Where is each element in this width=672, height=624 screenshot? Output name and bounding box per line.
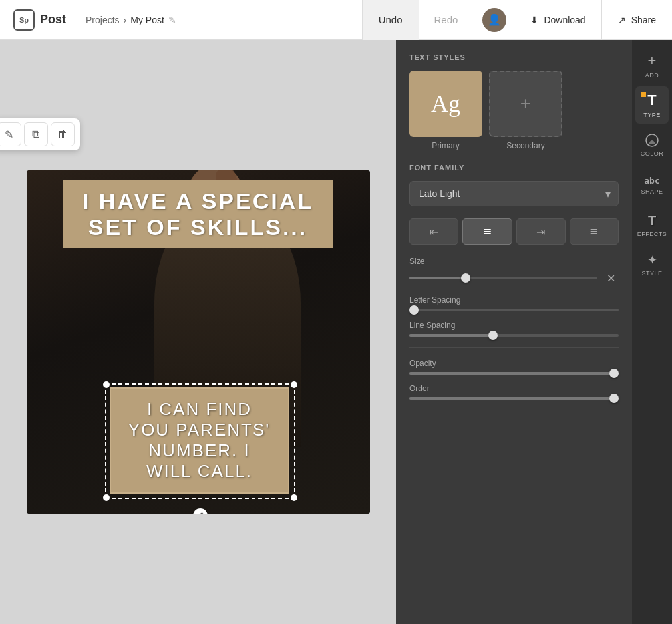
- download-icon: ⬇: [530, 15, 538, 25]
- redo-button[interactable]: Redo: [419, 0, 474, 40]
- undo-redo-group: Undo Redo: [362, 0, 475, 40]
- main-area: ✎ ⧉ 🗑 I HAVE A SPECIALSET OF SKILLS...: [0, 40, 672, 624]
- sidebar-item-style[interactable]: ✦ STYLE: [635, 246, 669, 283]
- order-label-row: Order: [409, 384, 619, 393]
- share-icon: ↗: [618, 15, 626, 25]
- projects-link[interactable]: Projects: [86, 15, 120, 25]
- sidebar: + ADD T TYPE COLOR abc SHAPE T EFFECTS: [632, 40, 672, 624]
- sidebar-item-effects[interactable]: T EFFECTS: [635, 206, 669, 243]
- effects-label: EFFECTS: [637, 231, 667, 237]
- align-justify-icon: ≣: [589, 226, 598, 238]
- duplicate-button[interactable]: ⧉: [24, 122, 48, 146]
- style-card-primary-wrapper: Ag Primary: [409, 71, 482, 150]
- sidebar-item-shape[interactable]: abc SHAPE: [635, 166, 669, 204]
- text-styles-grid: Ag Primary + Secondary: [409, 71, 619, 150]
- edit-title-icon[interactable]: ✎: [168, 15, 176, 25]
- opacity-thumb[interactable]: [609, 369, 619, 378]
- opacity-label-row: Opacity: [409, 359, 619, 368]
- order-fill: [409, 397, 619, 400]
- add-label: ADD: [645, 72, 659, 78]
- order-section: Order: [409, 384, 619, 400]
- size-section: Size ✕: [409, 257, 619, 286]
- style-card-secondary-wrapper: + Secondary: [489, 71, 562, 150]
- topbar: Sp Post Projects › My Post ✎ Undo Redo 👤…: [0, 0, 672, 40]
- type-icon: T: [647, 92, 656, 109]
- text-styles-panel: TEXT STYLES Ag Primary + Secon: [396, 40, 632, 624]
- font-select-wrapper: Lato Light Lato Lato Bold Arial Impact G…: [409, 181, 619, 206]
- letter-spacing-thumb[interactable]: [409, 305, 419, 315]
- add-icon: +: [648, 52, 657, 69]
- order-slider-track[interactable]: [409, 397, 619, 400]
- size-label: Size: [409, 257, 424, 266]
- right-section: TEXT STYLES Ag Primary + Secon: [396, 40, 672, 624]
- pencil-icon: ✎: [5, 128, 13, 141]
- topbar-actions: ⬇ Download ↗ Share: [514, 0, 672, 40]
- shape-label: SHAPE: [641, 188, 663, 195]
- size-slider-track[interactable]: [409, 277, 597, 279]
- bottom-text-box[interactable]: I CAN FINDYOU PARENTS'NUMBER. IWILL CALL…: [110, 387, 289, 494]
- font-family-select[interactable]: Lato Light Lato Lato Bold Arial Impact G…: [409, 181, 619, 206]
- effects-icon: T: [648, 213, 656, 228]
- download-label: Download: [544, 15, 585, 25]
- meme-background: I HAVE A SPECIALSET OF SKILLS... I CAN F…: [27, 170, 370, 514]
- letter-spacing-slider-track[interactable]: [409, 309, 619, 311]
- align-right-icon: ⇥: [536, 226, 545, 238]
- line-spacing-label-row: Line Spacing: [409, 321, 619, 330]
- sidebar-item-color[interactable]: COLOR: [635, 126, 669, 164]
- opacity-slider-row: [409, 372, 619, 375]
- top-text-box[interactable]: I HAVE A SPECIALSET OF SKILLS...: [63, 180, 333, 248]
- secondary-label: Secondary: [489, 141, 562, 150]
- edit-button[interactable]: ✎: [0, 122, 21, 146]
- secondary-plus: +: [520, 93, 531, 114]
- letter-spacing-label-row: Letter Spacing: [409, 295, 619, 305]
- line-spacing-slider-track[interactable]: [409, 334, 619, 337]
- avatar[interactable]: 👤: [482, 8, 506, 32]
- meme-container[interactable]: I HAVE A SPECIALSET OF SKILLS... I CAN F…: [27, 170, 370, 514]
- avatar-icon: 👤: [488, 13, 501, 26]
- color-icon: [645, 133, 659, 148]
- duplicate-icon: ⧉: [32, 128, 39, 140]
- line-spacing-section: Line Spacing: [409, 321, 619, 337]
- type-dot: [641, 92, 646, 97]
- divider: [409, 347, 619, 348]
- style-card-primary[interactable]: Ag: [409, 71, 482, 137]
- font-family-title: FONT FAMILY: [409, 164, 619, 172]
- size-label-row: Size: [409, 257, 619, 266]
- float-toolbar: ✎ ⧉ 🗑: [0, 118, 80, 150]
- align-center-button[interactable]: ≣: [462, 218, 512, 245]
- opacity-slider-track[interactable]: [409, 372, 619, 375]
- align-center-icon: ≣: [483, 226, 492, 238]
- share-button[interactable]: ↗ Share: [602, 0, 672, 40]
- sidebar-item-type[interactable]: T TYPE: [635, 86, 669, 124]
- style-label: STYLE: [641, 270, 662, 277]
- app-name: Post: [40, 13, 66, 27]
- download-button[interactable]: ⬇ Download: [514, 0, 601, 40]
- size-clear-button[interactable]: ✕: [603, 270, 619, 286]
- primary-ag: Ag: [431, 90, 460, 118]
- align-justify-button[interactable]: ≣: [570, 218, 619, 245]
- undo-button[interactable]: Undo: [363, 0, 419, 40]
- breadcrumb: Projects › My Post ✎: [79, 15, 183, 25]
- order-label: Order: [409, 384, 430, 393]
- logo-icon: Sp: [13, 9, 35, 31]
- color-label: COLOR: [641, 150, 664, 157]
- align-right-button[interactable]: ⇥: [516, 218, 566, 245]
- alignment-row: ⇤ ≣ ⇥ ≣: [409, 218, 619, 245]
- align-left-icon: ⇤: [430, 226, 438, 238]
- shape-icon: abc: [644, 176, 659, 186]
- opacity-section: Opacity: [409, 359, 619, 375]
- style-card-secondary[interactable]: +: [489, 71, 562, 137]
- logo: Sp Post: [0, 9, 79, 31]
- sidebar-item-add[interactable]: + ADD: [635, 47, 669, 84]
- order-thumb[interactable]: [609, 394, 619, 403]
- size-slider-thumb[interactable]: [461, 273, 470, 283]
- font-family-section: FONT FAMILY Lato Light Lato Lato Bold Ar…: [409, 164, 619, 206]
- letter-spacing-section: Letter Spacing: [409, 295, 619, 311]
- delete-button[interactable]: 🗑: [51, 122, 75, 146]
- share-label: Share: [631, 15, 656, 25]
- canvas-area[interactable]: ✎ ⧉ 🗑 I HAVE A SPECIALSET OF SKILLS...: [0, 40, 396, 624]
- line-spacing-fill: [409, 334, 493, 337]
- line-spacing-thumb[interactable]: [488, 331, 498, 340]
- line-spacing-label: Line Spacing: [409, 321, 455, 330]
- align-left-button[interactable]: ⇤: [409, 218, 458, 245]
